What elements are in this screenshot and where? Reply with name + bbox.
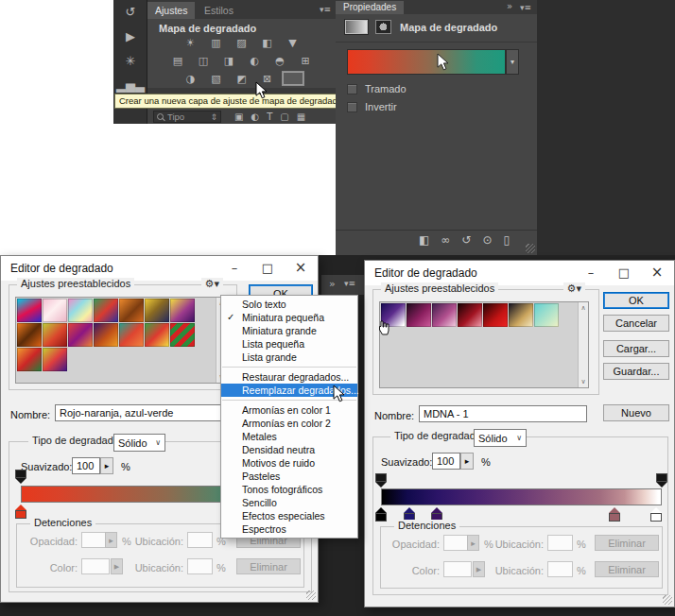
gradient-preset-swatch[interactable] xyxy=(483,303,508,327)
menu-item[interactable]: ✓Miniatura pequeña xyxy=(221,311,357,324)
menu-item[interactable]: Solo texto xyxy=(221,298,357,311)
history-panel-icon[interactable]: ↺ xyxy=(113,0,147,25)
gradient-preset-swatch[interactable] xyxy=(145,299,169,322)
gradient-preset-swatch[interactable] xyxy=(407,303,431,327)
close-button[interactable]: × xyxy=(643,261,671,284)
menu-item[interactable]: Armonías en color 1 xyxy=(221,403,357,417)
gradient-preset-swatch[interactable] xyxy=(432,303,457,327)
gradient-preset-swatch[interactable] xyxy=(119,323,144,347)
reset-icon[interactable]: ↺ xyxy=(461,233,471,247)
menu-item[interactable]: Lista pequeña xyxy=(221,337,357,351)
name-input[interactable]: MDNA - 1 xyxy=(419,405,587,422)
menu-item[interactable]: Densidad neutra xyxy=(221,443,357,456)
filter-type-layers-icon[interactable]: T xyxy=(267,111,272,122)
panel-collapse-icon[interactable]: » xyxy=(507,1,512,11)
gradient-type-combo[interactable]: Sólido ∨ xyxy=(113,434,165,452)
panel-collapse-icon[interactable]: » xyxy=(329,278,336,290)
filter-shape-layers-icon[interactable]: ▢ xyxy=(280,111,288,122)
gradient-dropdown-button[interactable]: ▾ xyxy=(506,49,519,75)
menu-item[interactable]: Restaurar degradados... xyxy=(221,370,357,384)
gradient-preset-swatch[interactable] xyxy=(119,299,144,322)
invert-checkbox-row[interactable]: Invertir xyxy=(347,101,397,112)
vibrance-icon[interactable]: ▼ xyxy=(283,36,303,50)
invert-checkbox[interactable] xyxy=(347,102,357,112)
invert-icon[interactable]: ◑ xyxy=(181,72,201,86)
gradient-preset-swatch[interactable] xyxy=(145,323,169,347)
smoothness-spinner[interactable]: ▸ xyxy=(460,453,474,470)
curves-icon[interactable]: ▨ xyxy=(232,36,252,50)
menu-item[interactable]: Sencillo xyxy=(221,496,357,509)
gradient-map-bar[interactable] xyxy=(347,49,506,75)
menu-item[interactable]: Armonías en color 2 xyxy=(221,417,357,430)
gradient-preset-swatch[interactable] xyxy=(458,303,482,327)
gradient-type-combo[interactable]: Sólido ∨ xyxy=(474,429,527,447)
gradient-preset-swatch[interactable] xyxy=(17,299,42,322)
opacity-stops-track[interactable] xyxy=(381,473,662,488)
gradient-preset-swatch[interactable] xyxy=(509,303,533,327)
cancel-button[interactable]: Cancelar xyxy=(603,315,669,332)
photo-filter-icon[interactable]: ◐ xyxy=(244,54,265,68)
filter-smart-objects-icon[interactable]: ▦ xyxy=(297,111,305,122)
gradient-preset-swatch[interactable] xyxy=(68,323,93,347)
gradient-preset-swatch[interactable] xyxy=(170,299,195,322)
tab-estilos[interactable]: Estilos xyxy=(197,2,241,19)
spinner-icon[interactable]: ⇕ xyxy=(210,112,217,122)
tab-propiedades[interactable]: Propiedades xyxy=(336,1,404,14)
opacity-stop[interactable] xyxy=(15,470,26,484)
minimize-button[interactable]: – xyxy=(220,256,249,280)
gradient-preset-swatch[interactable] xyxy=(43,323,67,347)
gear-icon[interactable]: ⚙▾ xyxy=(563,282,585,295)
name-input[interactable]: Rojo-naranja, azul-verde xyxy=(55,404,221,421)
gradient-preset-swatch[interactable] xyxy=(94,299,118,322)
menu-item[interactable]: Efectos especiales xyxy=(221,509,357,522)
menu-item[interactable]: Tonos fotográficos xyxy=(221,483,357,496)
actions-play-icon[interactable]: ▶ xyxy=(113,25,147,49)
filter-pixel-layers-icon[interactable]: ▣ xyxy=(234,111,243,122)
gradient-preset-swatch[interactable] xyxy=(43,348,67,371)
smoothness-input[interactable]: 100 xyxy=(432,453,460,470)
presets-scrollbar[interactable]: ∧ ∨ xyxy=(578,302,588,387)
visibility-eye-icon[interactable]: ⊙ xyxy=(482,233,492,247)
gradient-preset-swatch[interactable] xyxy=(17,348,42,371)
menu-item[interactable]: Espectros xyxy=(221,522,357,536)
color-stop[interactable] xyxy=(650,507,662,522)
dialog-resize-grip[interactable] xyxy=(663,595,672,605)
color-stop[interactable] xyxy=(609,507,620,522)
color-stop[interactable] xyxy=(15,505,26,519)
ok-button[interactable]: OK xyxy=(603,292,669,309)
visibility-link-icon[interactable]: ∞ xyxy=(441,233,450,247)
channel-mixer-icon[interactable]: ◓ xyxy=(269,54,290,68)
hue-saturation-icon[interactable]: ▤ xyxy=(167,54,188,68)
gradient-preset-swatch[interactable] xyxy=(534,303,559,327)
dither-checkbox[interactable] xyxy=(347,84,357,94)
maximize-button[interactable]: □ xyxy=(253,256,282,280)
black-white-icon[interactable]: ◨ xyxy=(218,54,239,68)
panel-menu-icon[interactable]: ▾≡ xyxy=(520,3,531,12)
opacity-stop[interactable] xyxy=(375,473,387,488)
gradient-preset-swatch[interactable] xyxy=(68,299,93,322)
color-stop[interactable] xyxy=(375,507,387,522)
exposure-icon[interactable]: ◧ xyxy=(257,36,278,50)
menu-item[interactable]: Motivos de ruido xyxy=(221,456,357,470)
threshold-icon[interactable]: ◩ xyxy=(232,72,252,86)
load-button[interactable]: Cargar... xyxy=(603,340,669,357)
brightness-contrast-icon[interactable]: ☀ xyxy=(181,36,201,50)
menu-item[interactable]: Miniatura grande xyxy=(221,324,357,337)
scroll-down-icon[interactable]: ∨ xyxy=(579,378,588,385)
posterize-icon[interactable]: ▧ xyxy=(206,72,227,86)
save-button[interactable]: Guardar... xyxy=(603,363,669,380)
gradient-preset-swatch[interactable] xyxy=(94,323,118,347)
close-button[interactable]: × xyxy=(286,256,315,280)
panel-resize-grip[interactable] xyxy=(526,244,535,253)
gear-icon[interactable]: ⚙▾ xyxy=(201,278,223,290)
menu-item[interactable]: Lista grande xyxy=(221,351,357,364)
minimize-button[interactable]: – xyxy=(577,261,605,284)
gradient-map-icon[interactable] xyxy=(283,72,303,85)
scroll-up-icon[interactable]: ∧ xyxy=(579,304,588,312)
tab-ajustes[interactable]: Ajustes xyxy=(147,2,195,19)
maximize-button[interactable]: □ xyxy=(610,261,638,284)
layer-search-input[interactable]: Tipo ⇕ xyxy=(153,111,221,123)
color-balance-icon[interactable]: ◫ xyxy=(193,54,214,68)
gradient-preset-swatch[interactable] xyxy=(170,323,195,347)
menu-item[interactable]: Metales xyxy=(221,430,357,443)
